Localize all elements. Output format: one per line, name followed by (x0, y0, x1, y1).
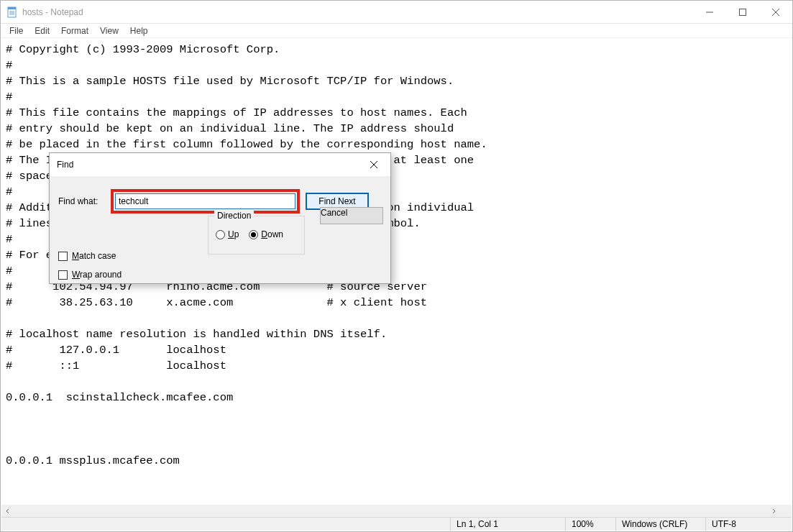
direction-down-option[interactable]: Down (249, 229, 283, 239)
window-controls (693, 1, 792, 24)
maximize-button[interactable] (726, 1, 759, 24)
status-zoom: 100% (565, 518, 615, 531)
scroll-left-icon[interactable] (1, 505, 14, 517)
scrollbar-corner (779, 505, 792, 517)
status-position: Ln 1, Col 1 (450, 518, 565, 531)
match-case-label[interactable]: Match case (72, 251, 116, 261)
find-dialog-close-button[interactable] (359, 155, 389, 175)
close-button[interactable] (759, 1, 792, 24)
direction-up-option[interactable]: Up (216, 229, 239, 239)
find-input-highlight (111, 189, 300, 214)
menu-file[interactable]: File (4, 24, 29, 37)
find-what-input[interactable] (115, 193, 295, 209)
direction-label: Direction (214, 211, 254, 221)
svg-rect-6 (740, 9, 746, 15)
checkbox-icon[interactable] (58, 252, 68, 261)
find-dialog-titlebar[interactable]: Find (50, 153, 390, 176)
status-encoding: UTF-8 (705, 518, 792, 531)
checkbox-icon[interactable] (58, 270, 68, 280)
radio-checked-icon (249, 230, 258, 239)
window-title: hosts - Notepad (22, 7, 83, 17)
notepad-icon (6, 6, 18, 18)
menu-help[interactable]: Help (124, 24, 154, 37)
find-dialog-title: Find (57, 160, 359, 170)
direction-up-label: Up (228, 229, 239, 239)
status-line-ending: Windows (CRLF) (615, 518, 705, 531)
menu-edit[interactable]: Edit (29, 24, 55, 37)
svg-rect-1 (8, 7, 16, 9)
wrap-around-label[interactable]: Wrap around (72, 270, 122, 280)
menu-format[interactable]: Format (55, 24, 94, 37)
radio-icon (216, 230, 225, 239)
direction-down-label: Down (261, 229, 283, 239)
cancel-button[interactable]: Cancel (320, 207, 383, 224)
direction-group: Direction Up Down (208, 216, 305, 254)
minimize-button[interactable] (693, 1, 726, 24)
menubar: File Edit Format View Help (1, 24, 792, 38)
find-dialog: Find Find what: Find Next Cancel Directi… (49, 152, 391, 284)
titlebar: hosts - Notepad (1, 1, 792, 24)
scroll-right-icon[interactable] (767, 505, 779, 517)
scrollbar-track[interactable] (14, 505, 767, 517)
status-blank (1, 518, 450, 531)
statusbar: Ln 1, Col 1 100% Windows (CRLF) UTF-8 (1, 517, 792, 531)
horizontal-scrollbar[interactable] (1, 505, 779, 517)
find-what-label: Find what: (57, 196, 111, 206)
menu-view[interactable]: View (94, 24, 124, 37)
